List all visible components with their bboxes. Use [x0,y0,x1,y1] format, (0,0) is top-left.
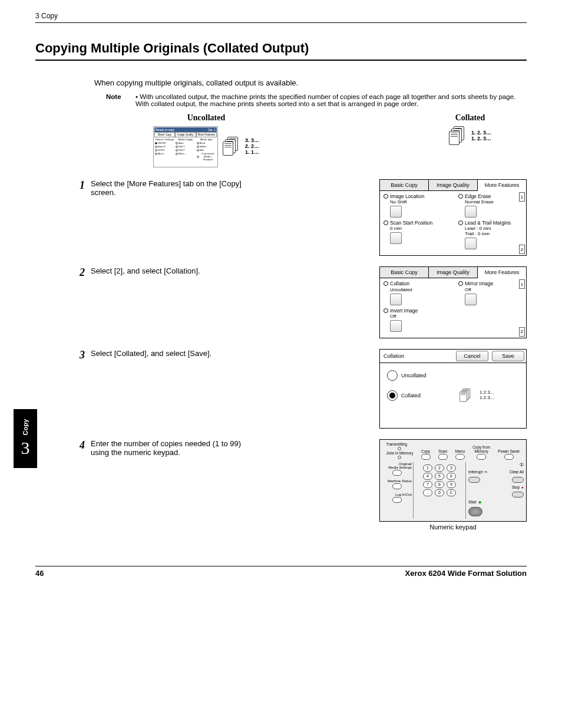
uncollated-title: Uncollated [153,113,259,123]
opt-value: Off [465,287,493,292]
tab-more-features[interactable]: More Features [478,267,526,278]
mini-opt: More… [158,152,166,155]
keypad-caption: Numeric keypad [379,523,527,531]
btn-power-label: Power Saver [498,449,520,453]
mini-opt: Roll 1 [178,145,184,148]
start-button[interactable] [468,507,482,516]
opt-value: Lead : 0 mm [465,226,511,231]
thumb-button[interactable] [465,294,477,305]
key-2[interactable]: 2 [435,465,444,472]
key-6[interactable]: 6 [447,473,456,480]
key-8[interactable]: 8 [435,481,444,488]
opt-value: No Shift [390,199,424,205]
page-indicator-2[interactable]: 2 [519,245,525,254]
cancel-button[interactable]: Cancel [456,351,488,361]
tab-basic-copy[interactable]: Basic Copy [380,267,429,278]
step-text: Enter the number of copies needed (1 to … [91,439,256,457]
radio-icon [384,308,388,313]
step-2: 2 Select [2], and select [Collation]. Ba… [71,266,527,338]
radio-icon [458,194,463,199]
tab-basic-copy[interactable]: Basic Copy [380,180,429,191]
power-saver-button[interactable] [504,454,514,460]
tab-more-features[interactable]: More Features [478,180,526,191]
copy-button[interactable] [421,454,431,460]
opt-collation[interactable]: Collation Uncollated [384,281,448,305]
key-c[interactable]: C [447,489,456,496]
page-indicator-1[interactable]: 1 [519,192,525,202]
opt-value: Off [390,314,418,319]
opt-value: 0 mm [390,226,432,231]
page-number: 46 [35,569,44,578]
login-label: Log In/Out [382,493,412,496]
mini-col-h: Reduce / Enlarge [155,138,174,141]
step-number: 1 [71,179,85,192]
thumb-button[interactable] [465,238,477,249]
menu-button[interactable] [455,454,465,460]
thumb-button[interactable] [390,206,402,218]
uncollated-diagram: Uncollated Ready to copyQty. 1 Basic Cop… [153,113,259,167]
media-settings-button[interactable] [392,470,402,476]
pages-stack-icon [223,137,240,157]
radio-collated[interactable]: Collated 1.2.3... 1.2.3... [387,386,519,406]
step-text: Select [2], and select [Collation]. [91,266,256,275]
thumb-button[interactable] [465,206,477,218]
opt-mirror-image[interactable]: Mirror Image Off [458,281,523,305]
copy-from-memory-button[interactable] [477,454,486,460]
mini-col-h: Media Supply [176,138,195,141]
key-1[interactable]: 1 [423,465,432,472]
lcd-more-features-p1: Basic Copy Image Quality More Features 1… [379,179,527,256]
dialog-title: Collation [380,351,454,361]
pages-stack-icon [459,388,472,403]
save-button[interactable]: Save [492,351,524,361]
step-text: Select the [More Features] tab on the [C… [91,179,256,197]
led-icon [398,456,401,459]
thumb-button[interactable] [390,232,402,244]
opt-edge-erase[interactable]: Edge Erase Normal Erase [458,193,523,218]
seq-line: 1. 2. 3… [471,136,491,142]
opt-invert-image[interactable]: Invert Image Off [384,308,448,332]
stop-button[interactable] [512,492,524,498]
machine-status-button[interactable] [392,483,402,489]
login-button[interactable] [392,497,402,503]
key-7[interactable]: 7 [423,481,432,488]
chapter-side-tab: Copy 3 [14,409,37,468]
btn-menu-label: Menu [455,449,465,453]
key-0[interactable]: 0 [435,489,444,496]
btn-copy-label: Copy [421,449,431,453]
radio-uncollated[interactable]: Uncollated [387,370,519,381]
page-title: Copying Multiple Originals (Collated Out… [35,41,527,61]
opt-value: Normal Erase [465,199,494,205]
opt-value: Uncollated [390,287,412,292]
media-settings-label: Original/ Media Settings [382,462,412,469]
key-4[interactable]: 4 [423,473,432,480]
page-indicator-1[interactable]: 1 [519,279,525,289]
radio-icon [387,370,398,381]
scan-button[interactable] [438,454,448,460]
opt-scan-start[interactable]: Scan Start Position 0 mm [384,220,448,249]
clear-all-button[interactable] [512,477,524,483]
thumb-button[interactable] [390,294,402,305]
btn-scan-label: Scan [438,449,448,453]
interrupt-button[interactable] [468,477,480,483]
start-label: Start [468,500,477,504]
key-9[interactable]: 9 [447,481,456,488]
tab-image-quality[interactable]: Image Quality [429,180,478,191]
radio-icon [458,281,463,286]
opt-image-location[interactable]: Image Location No Shift [384,193,448,218]
step-1: 1 Select the [More Features] tab on the … [71,179,527,256]
opt-label: Image Location [390,193,424,199]
collated-sequence: 1. 2. 3… 1. 2. 3… [471,130,491,142]
key-dot[interactable]: . [423,489,432,496]
opt-label: Invert Image [390,308,418,314]
thumb-button[interactable] [390,320,402,332]
step-4: 4 Enter the number of copies needed (1 t… [71,439,527,531]
mini-opt: Film [200,149,204,151]
tab-image-quality[interactable]: Image Quality [429,267,478,278]
opt-lead-trail[interactable]: Lead & Trail Margins Lead : 0 mm Trail :… [458,220,523,249]
key-3[interactable]: 3 [447,465,456,472]
radio-icon [458,220,463,225]
stop-label: Stop [512,485,520,489]
page-indicator-2[interactable]: 2 [519,327,525,337]
page-header: 3 Copy [35,12,527,23]
key-5[interactable]: 5 [435,473,444,480]
